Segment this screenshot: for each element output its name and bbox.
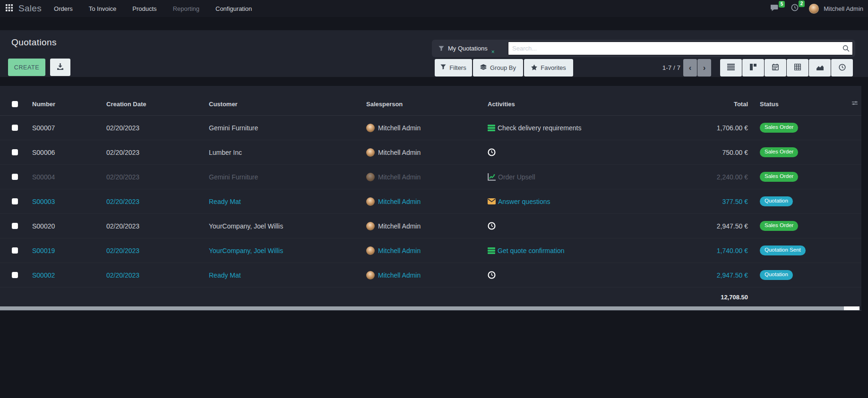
row-checkbox[interactable] — [12, 198, 18, 204]
pager-next-button[interactable]: › — [697, 59, 711, 76]
activity-cell[interactable]: Check delivery requirements — [488, 124, 663, 132]
column-header-creation-date[interactable]: Creation Date — [106, 101, 209, 108]
filters-button[interactable]: Filters — [435, 59, 472, 76]
clock-icon — [488, 271, 496, 279]
activity-label: Get quote confirmation — [498, 247, 565, 254]
facet-remove-button[interactable]: × — [491, 49, 495, 55]
kanban-view-button[interactable] — [742, 59, 764, 76]
menu-configuration[interactable]: Configuration — [215, 5, 252, 12]
activity-view-button[interactable] — [831, 59, 853, 76]
pivot-view-button[interactable] — [787, 59, 808, 76]
graph-view-icon — [816, 64, 824, 72]
salesperson-name: Mitchell Admin — [378, 149, 421, 156]
row-checkbox[interactable] — [12, 247, 18, 254]
table-row[interactable]: S00019 02/20/2023 YourCompany, Joel Will… — [0, 238, 861, 263]
activity-cell[interactable]: Get quote confirmation — [488, 247, 663, 254]
total-amount: 1,740.00 € — [663, 247, 748, 254]
activity-cell[interactable] — [488, 271, 663, 279]
group-by-button[interactable]: Group By — [473, 59, 523, 76]
favorites-button[interactable]: Favorites — [524, 59, 573, 76]
activity-cell[interactable] — [488, 148, 663, 156]
menu-products[interactable]: Products — [132, 5, 156, 12]
salesperson-name: Mitchell Admin — [378, 124, 421, 132]
customer-name: YourCompany, Joel Willis — [209, 222, 366, 230]
total-amount: 1,706.00 € — [663, 124, 748, 132]
select-all-checkbox[interactable] — [12, 101, 18, 107]
search-facet-my-quotations[interactable]: My Quotations × — [438, 40, 495, 57]
salesperson-name: Mitchell Admin — [378, 247, 421, 254]
activity-label: Order Upsell — [498, 173, 535, 181]
salesperson-name: Mitchell Admin — [378, 271, 421, 279]
activities-count-badge: 2 — [799, 0, 805, 7]
menu-to-invoice[interactable]: To Invoice — [89, 5, 117, 12]
total-amount: 2,947.50 € — [663, 271, 748, 279]
row-checkbox[interactable] — [12, 174, 18, 180]
table-row[interactable]: S00003 02/20/2023 Ready Mat Mitchell Adm… — [0, 189, 861, 214]
activity-cell[interactable]: Answer questions — [488, 198, 663, 205]
footer-total-sum: 12,708.50 — [663, 294, 748, 301]
activity-cell[interactable]: Order Upsell — [488, 173, 663, 181]
filter-funnel-icon — [438, 46, 444, 51]
column-header-number[interactable]: Number — [32, 101, 106, 108]
list-view-icon — [727, 64, 735, 72]
current-app-name[interactable]: Sales — [18, 3, 42, 14]
table-row[interactable]: S00006 02/20/2023 Lumber Inc Mitchell Ad… — [0, 140, 861, 165]
menu-reporting[interactable]: Reporting — [173, 5, 199, 12]
salesperson-avatar — [366, 173, 375, 181]
table-row[interactable]: S00004 02/20/2023 Gemini Furniture Mitch… — [0, 165, 861, 189]
quotation-number: S00002 — [32, 271, 106, 279]
apps-menu-button[interactable] — [4, 3, 14, 14]
quotation-number: S00003 — [32, 198, 106, 205]
creation-date: 02/20/2023 — [106, 271, 209, 279]
horizontal-scrollbar[interactable] — [0, 306, 859, 310]
row-checkbox[interactable] — [12, 125, 18, 131]
table-row[interactable]: S00020 02/20/2023 YourCompany, Joel Will… — [0, 214, 861, 238]
search-input[interactable] — [508, 42, 853, 55]
optional-columns-button[interactable] — [852, 99, 858, 108]
status-badge: Quotation — [760, 270, 793, 280]
activity-label: Check delivery requirements — [498, 124, 581, 132]
creation-date: 02/20/2023 — [106, 173, 209, 181]
creation-date: 02/20/2023 — [106, 149, 209, 156]
column-header-salesperson[interactable]: Salesperson — [366, 101, 488, 108]
column-header-activities[interactable]: Activities — [488, 101, 663, 108]
table-header: Number Creation Date Customer Salesperso… — [0, 86, 861, 116]
creation-date: 02/20/2023 — [106, 198, 209, 205]
table-row[interactable]: S00007 02/20/2023 Gemini Furniture Mitch… — [0, 116, 861, 140]
favorites-label: Favorites — [541, 64, 566, 71]
row-checkbox[interactable] — [12, 272, 18, 278]
user-name[interactable]: Mitchell Admin — [824, 5, 863, 12]
salesperson-avatar — [366, 271, 375, 279]
pivot-view-icon — [794, 64, 801, 72]
total-amount: 377.50 € — [663, 198, 748, 205]
row-checkbox[interactable] — [12, 223, 18, 229]
apps-grid-icon — [6, 4, 13, 13]
messages-menu-button[interactable]: 5 — [770, 4, 779, 13]
column-header-status[interactable]: Status — [748, 101, 861, 108]
quotation-number: S00004 — [32, 173, 106, 181]
search-bar: My Quotations × — [432, 40, 855, 57]
funnel-icon — [440, 64, 446, 71]
user-menu-button[interactable] — [809, 4, 819, 14]
total-amount: 2,947.50 € — [663, 222, 748, 230]
magnifier-icon[interactable] — [842, 45, 850, 54]
column-header-customer[interactable]: Customer — [209, 101, 366, 108]
activity-cell[interactable] — [488, 222, 663, 230]
clock-icon — [488, 148, 496, 156]
create-button[interactable]: CREATE — [8, 59, 45, 76]
pager-previous-button[interactable]: ‹ — [683, 59, 697, 76]
scrollbar-thumb[interactable] — [0, 306, 844, 310]
export-button[interactable] — [50, 59, 70, 76]
row-checkbox[interactable] — [12, 149, 18, 155]
activities-menu-button[interactable]: 2 — [791, 4, 799, 13]
table-row[interactable]: S00002 02/20/2023 Ready Mat Mitchell Adm… — [0, 263, 861, 288]
facet-label: My Quotations — [448, 45, 488, 52]
column-header-total[interactable]: Total — [663, 101, 748, 108]
list-view-button[interactable] — [720, 59, 742, 76]
calendar-view-button[interactable] — [765, 59, 786, 76]
menu-orders[interactable]: Orders — [54, 5, 73, 12]
tasks-icon — [488, 125, 495, 131]
quotation-number: S00006 — [32, 149, 106, 156]
salesperson-avatar — [366, 197, 375, 206]
graph-view-button[interactable] — [809, 59, 831, 76]
